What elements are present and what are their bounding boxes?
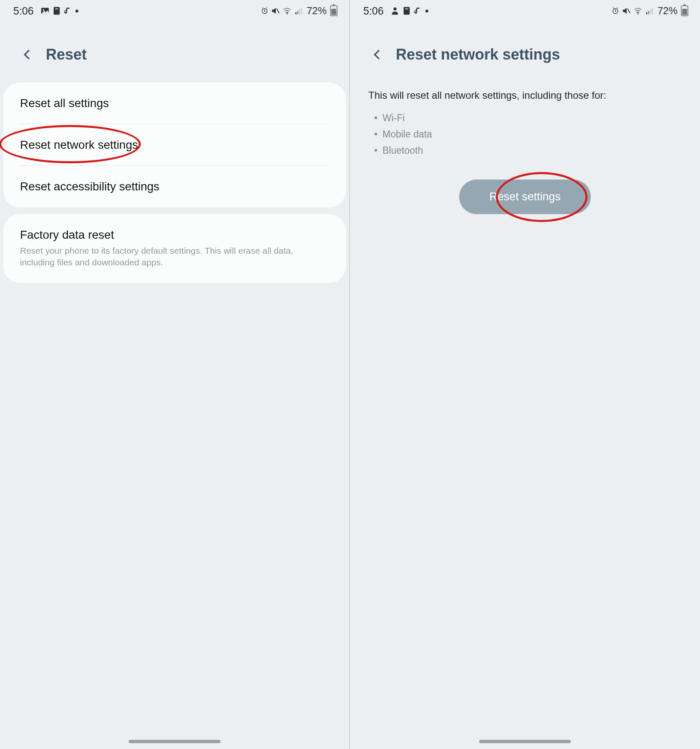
dot-icon (425, 10, 428, 12)
home-indicator[interactable] (129, 740, 220, 743)
alarm-icon (261, 7, 268, 15)
status-notification-icons (390, 6, 428, 15)
battery-icon (681, 5, 688, 16)
reset-options-card: Reset all settings Reset network setting… (3, 82, 346, 207)
status-bar: 5:06 72% (0, 0, 349, 21)
list-item: Wi-Fi (382, 110, 682, 126)
status-right: 72% (612, 5, 688, 17)
reset-all-settings-item[interactable]: Reset all settings (3, 82, 346, 124)
music-note-icon (64, 7, 71, 15)
status-left: 5:06 (363, 5, 428, 17)
svg-rect-22 (652, 8, 653, 15)
description-text: This will reset all network settings, in… (350, 76, 700, 110)
list-item: Bluetooth (382, 142, 682, 159)
factory-reset-card: Factory data reset Reset your phone to i… (3, 214, 346, 283)
svg-rect-19 (646, 12, 648, 15)
wifi-icon (633, 6, 642, 15)
svg-line-17 (628, 9, 630, 13)
dot-icon (75, 10, 78, 12)
status-left: 5:06 (13, 5, 78, 17)
menu-item-label: Reset network settings (20, 138, 329, 152)
menu-item-description: Reset your phone to its factory default … (20, 245, 329, 269)
page-title: Reset network settings (396, 46, 560, 63)
svg-rect-10 (299, 9, 300, 14)
back-icon[interactable] (21, 48, 34, 61)
battery-percentage: 72% (658, 5, 678, 17)
svg-rect-21 (650, 9, 651, 14)
screen-reset-menu: 5:06 72% Reset Reset all settings Reset … (0, 0, 350, 749)
list-item: Mobile data (382, 126, 682, 142)
reset-items-list: Wi-Fi Mobile data Bluetooth (350, 110, 700, 167)
svg-rect-9 (297, 11, 298, 14)
person-icon (390, 6, 400, 15)
nfc-icon (402, 6, 411, 15)
header: Reset network settings (350, 21, 700, 76)
svg-rect-13 (403, 7, 410, 15)
reset-settings-button[interactable]: Reset settings (459, 180, 590, 214)
status-right: 72% (261, 5, 338, 17)
nfc-icon (52, 6, 61, 15)
back-icon[interactable] (371, 48, 384, 61)
status-time: 5:06 (13, 5, 34, 17)
music-note-icon (414, 7, 421, 15)
battery-percentage: 72% (307, 5, 327, 17)
button-container: Reset settings (350, 180, 700, 214)
svg-line-6 (277, 9, 279, 13)
svg-rect-14 (405, 9, 408, 10)
home-indicator[interactable] (479, 740, 571, 743)
menu-item-label: Reset all settings (20, 97, 329, 110)
svg-rect-11 (301, 8, 302, 15)
image-icon (40, 6, 50, 15)
svg-rect-20 (648, 11, 649, 14)
svg-point-12 (393, 7, 396, 10)
status-time: 5:06 (363, 5, 384, 17)
wifi-icon (282, 6, 292, 15)
mute-icon (622, 6, 631, 15)
mute-icon (271, 6, 280, 15)
factory-data-reset-item[interactable]: Factory data reset Reset your phone to i… (3, 214, 346, 283)
svg-point-4 (65, 12, 67, 14)
status-notification-icons (40, 6, 78, 15)
svg-point-15 (415, 12, 417, 14)
svg-point-7 (287, 13, 288, 15)
header: Reset (0, 21, 349, 76)
svg-point-1 (42, 9, 44, 11)
alarm-icon (612, 7, 619, 15)
menu-item-label: Factory data reset (20, 228, 329, 242)
screen-reset-network: 5:06 72% Reset network settings This wil… (350, 0, 700, 749)
signal-icon (645, 6, 654, 15)
svg-point-18 (638, 13, 639, 15)
reset-accessibility-settings-item[interactable]: Reset accessibility settings (3, 166, 346, 207)
page-title: Reset (46, 46, 87, 63)
svg-rect-3 (55, 9, 58, 10)
svg-rect-2 (53, 7, 60, 15)
status-bar: 5:06 72% (350, 0, 700, 21)
battery-icon (330, 5, 338, 16)
svg-rect-8 (295, 12, 297, 15)
signal-icon (294, 6, 303, 15)
menu-item-label: Reset accessibility settings (20, 180, 329, 193)
reset-network-settings-item[interactable]: Reset network settings (3, 124, 346, 166)
